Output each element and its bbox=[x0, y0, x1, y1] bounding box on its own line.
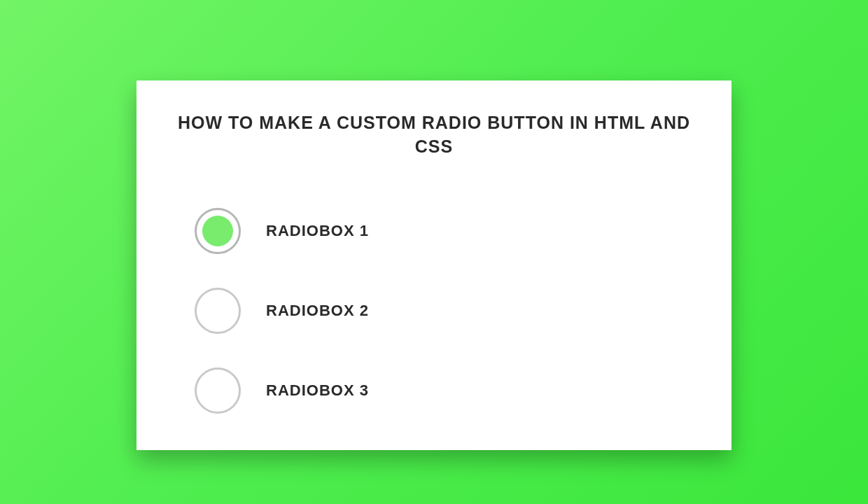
radio-label: Radiobox 3 bbox=[266, 382, 369, 400]
radio-label: Radiobox 2 bbox=[266, 302, 369, 320]
card-title: How to make a custom radio button in htm… bbox=[170, 111, 698, 159]
radio-option-2[interactable]: Radiobox 2 bbox=[195, 288, 698, 334]
radio-label: Radiobox 1 bbox=[266, 222, 369, 240]
radio-indicator-icon bbox=[195, 288, 241, 334]
radio-option-1[interactable]: Radiobox 1 bbox=[195, 208, 698, 254]
radio-indicator-icon bbox=[195, 368, 241, 414]
radio-group: Radiobox 1 Radiobox 2 Radiobox 3 bbox=[170, 208, 698, 416]
radio-indicator-icon bbox=[195, 208, 241, 254]
card: How to make a custom radio button in htm… bbox=[136, 80, 732, 450]
radio-option-3[interactable]: Radiobox 3 bbox=[195, 368, 698, 414]
